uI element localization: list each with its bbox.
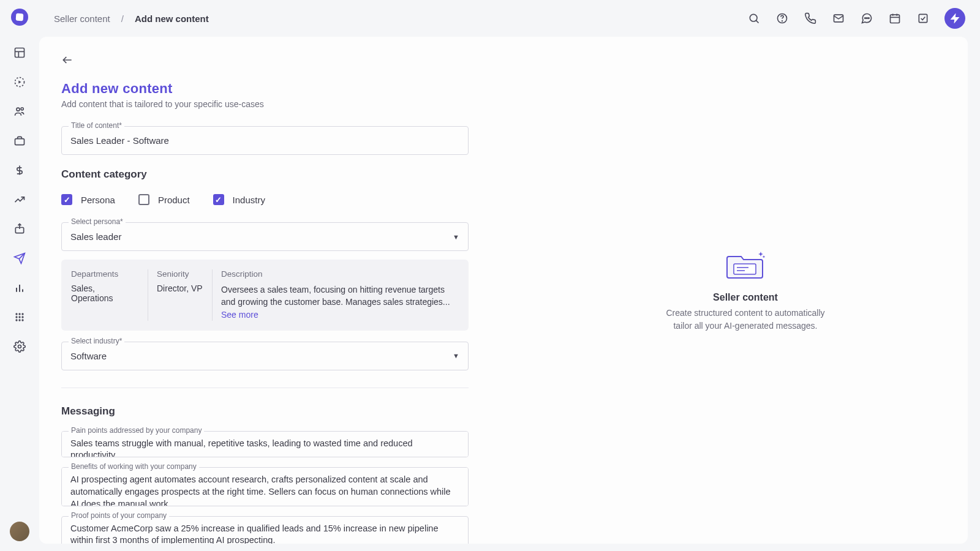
departments-value: Sales, Operations [71,283,139,303]
svg-point-16 [21,313,23,315]
nav-refresh-icon[interactable] [7,70,32,94]
svg-point-21 [18,319,20,321]
svg-point-14 [15,313,17,315]
right-panel: Seller content Create structured content… [523,37,968,544]
back-button[interactable] [61,54,74,66]
checkbox-persona-box [61,194,72,205]
breadcrumb-seller-content[interactable]: Seller content [54,13,110,24]
nav-inbox-icon[interactable] [7,217,32,241]
checkbox-persona-label: Persona [81,195,115,205]
checkbox-product-label: Product [158,195,190,205]
svg-point-17 [15,316,17,318]
topbar: Seller content / Add new content [39,0,980,37]
svg-marker-4 [18,81,21,84]
checkbox-product[interactable]: Product [138,194,190,205]
page-subtitle: Add content that is tailored to your spe… [61,99,501,109]
pain-label: Pain points addressed by your company [69,426,204,435]
persona-select-label: Select persona* [69,217,126,226]
svg-rect-39 [734,264,756,274]
checkbox-product-box [138,194,149,205]
right-panel-title: Seller content [713,292,778,303]
persona-info-card: Departments Sales, Operations Seniority … [61,260,469,331]
divider [61,388,469,388]
folder-sparkle-icon [725,248,766,280]
nav-people-icon[interactable] [7,99,32,124]
proof-textarea[interactable] [61,516,469,544]
title-input[interactable] [61,126,469,155]
page-title: Add new content [61,81,501,97]
svg-point-22 [21,319,23,321]
departments-label: Departments [71,269,139,279]
nav-send-icon[interactable] [7,246,32,271]
benefits-textarea[interactable] [61,467,469,506]
industry-select-label: Select industry* [69,337,124,345]
industry-select-value: Software [70,351,107,361]
seniority-value: Director, VP [157,283,203,293]
tasks-icon[interactable] [916,12,930,25]
nav-rail [0,0,39,551]
title-label: Title of content* [69,121,124,130]
help-icon[interactable] [775,12,789,25]
nav-settings-icon[interactable] [7,334,32,359]
svg-point-6 [21,108,23,110]
category-heading: Content category [61,168,501,181]
right-panel-desc: Create structured content to automatical… [666,307,825,332]
form-panel: Add new content Add content that is tail… [39,37,523,544]
svg-point-23 [18,345,21,348]
svg-rect-0 [15,48,24,58]
messaging-heading: Messaging [61,405,501,418]
nav-apps-icon[interactable] [7,305,32,329]
persona-select[interactable]: Sales leader ▼ [61,222,469,251]
search-icon[interactable] [747,12,761,25]
svg-point-24 [750,14,757,21]
pain-textarea[interactable] [61,431,469,458]
mail-icon[interactable] [832,12,845,25]
logo[interactable] [11,9,28,26]
breadcrumb-separator: / [121,13,124,24]
checkbox-industry[interactable]: Industry [213,194,265,205]
svg-rect-36 [919,14,927,22]
see-more-link[interactable]: See more [221,310,258,320]
svg-point-30 [867,18,868,19]
nav-dollar-icon[interactable] [7,158,32,182]
nav-briefcase-icon[interactable] [7,129,32,153]
calendar-icon[interactable] [888,12,902,25]
phone-icon[interactable] [804,12,817,25]
svg-point-15 [18,313,20,315]
nav-dashboard-icon[interactable] [7,40,32,65]
benefits-label: Benefits of working with your company [69,462,199,471]
svg-rect-7 [15,139,24,145]
description-value: Oversees a sales team, focusing on hitti… [221,283,450,321]
svg-point-5 [17,108,20,111]
svg-line-25 [756,20,758,23]
checkbox-industry-label: Industry [233,195,265,205]
industry-select[interactable]: Software ▼ [61,342,469,370]
chevron-down-icon: ▼ [453,233,459,241]
svg-marker-37 [951,14,959,22]
svg-point-19 [21,316,23,318]
svg-point-18 [18,316,20,318]
svg-rect-32 [891,15,900,23]
chevron-down-icon: ▼ [453,352,459,359]
svg-point-20 [15,319,17,321]
description-label: Description [221,269,450,279]
quick-action-button[interactable] [944,8,965,29]
nav-chart-icon[interactable] [7,276,32,300]
nav-trending-icon[interactable] [7,187,32,212]
breadcrumb: Seller content / Add new content [54,13,209,24]
svg-point-31 [869,18,870,19]
seniority-label: Seniority [157,269,203,279]
persona-select-value: Sales leader [70,231,121,242]
checkbox-persona[interactable]: Persona [61,194,115,205]
svg-point-29 [865,18,866,19]
proof-label: Proof points of your company [69,511,169,520]
chat-icon[interactable] [860,12,873,25]
checkbox-industry-box [213,194,224,205]
user-avatar[interactable] [10,522,29,541]
svg-point-27 [782,21,783,21]
breadcrumb-current: Add new content [135,13,209,24]
